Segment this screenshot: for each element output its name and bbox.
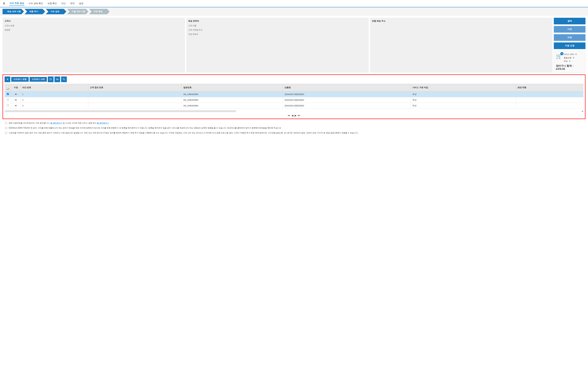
terms-text-2: GOOGLE ZERO TOUCH 제 공지: 수리를 위해 제출하고자 하는 … [9,127,282,129]
return-address-panel: 반품 배송 주소 [370,18,553,73]
terms-link-2[interactable]: 를 클릭해여기 [97,122,109,124]
row3-checkbox[interactable] [7,104,9,106]
cart-icon: 🛒 3 [556,53,562,59]
col-customer-ref-header: 고객 참조 번호 [88,84,182,91]
row2-service-type: 유상 [411,97,516,103]
pagination-next[interactable]: ▶ [295,114,296,117]
return-address-title: 반품 배송 주소 [372,20,551,22]
terms-text-1c: . [109,122,110,124]
items-table-section: ✕ 이의제기 유형 이의제기 삭제 [2,74,586,119]
col-serial-header: 일련번호 [182,84,283,91]
nav-asset[interactable]: 자산 [61,1,66,6]
row2-full-type [516,97,583,103]
col-product-header: 상품명 [283,84,411,91]
cart-line1: 서비스 계약 - 0 [564,53,577,56]
account-name-label: 계정명 [4,29,183,31]
refresh-button[interactable] [48,76,53,82]
customer-panel-title: 고객사 [4,20,183,22]
row1-edit-cell: ✏ [11,91,21,97]
table-row: ✏ 1 SN_UNKNOWN ZD4A042-D0EE00EZ 유상 [5,91,583,97]
add-item-button[interactable]: 이의제기 유형 [11,77,29,82]
row2-line-num: 2 [21,97,88,103]
save-button[interactable]: 저장 [554,34,586,41]
pagination-prev[interactable]: ◀ [292,114,293,117]
row2-checkbox[interactable] [7,99,9,101]
row3-full-type [516,103,583,108]
row1-customer-ref [88,91,182,97]
customer-email-label: 고객 이메일 주소 [188,29,367,31]
terms-checkbox-3[interactable] [5,132,7,134]
wizard-step-order-confirm[interactable]: 주문 확정 [89,9,110,14]
cart-line3: 유상 - 3 [564,60,577,63]
row2-checkbox-cell [5,97,11,103]
top-navigation: 홈 수리 주문 생성 수리 상태 확인 보증 확인 자산 계약 설정 [0,0,588,7]
pagination: ⏮ ◀ ▶ ⏭ [5,114,583,117]
row1-checkbox[interactable] [7,93,9,95]
col-line-num-header: 라인 번호 [21,84,88,91]
nav-contract[interactable]: 계약 [70,1,75,6]
cart-line2: 품질보증 - 0 [564,56,577,60]
wizard-step-cart-review[interactable]: 카트 검토 [46,9,66,14]
cart-lines: 서비스 계약 - 0 품질보증 - 0 유상 - 3 [564,53,577,63]
terms-checkbox-2[interactable] [5,127,7,129]
checkout-button[interactable]: 결제 [554,18,586,24]
row2-edit-button[interactable]: ✏ [15,98,17,102]
wizard-step-add-product[interactable]: 제품 추가 [24,9,45,14]
pagination-first[interactable]: ⏮ [288,114,290,117]
row3-edit-button[interactable]: ✏ [15,104,17,107]
row3-product: ZD4A042-D0EE00EZ [283,103,411,108]
col-service-type-header: 서비스 구분 타입 [411,84,516,91]
link-button[interactable] [54,76,60,82]
search-button[interactable] [61,76,67,82]
wizard-steps: 배송 세부 사항 제품 추가 카트 검토 지불 세부 사항 주문 확정 [0,7,588,16]
row3-service-type: 유상 [411,103,516,108]
terms-item-2: GOOGLE ZERO TOUCH 제 공지: 수리를 위해 제출하고자 하는 … [5,127,583,129]
cart-total: 장바구니 합계 : £476.55 [556,64,583,70]
customer-name-label: 고객 이름 [188,24,367,27]
row1-line-num: 1 [21,91,88,97]
horizontal-scrollbar[interactable] [5,110,236,112]
col-full-type-header: 완전 유형 [516,84,583,91]
terms-item-3: 시운전을 구매하지 않은 경우 수리 과정 중에 장비가 삭제되고 기본 설정으… [5,131,583,134]
shipping-contact-title: 배송 연락처 [188,20,367,22]
row3-serial: SN_UNKNOWN [182,103,283,108]
row3-customer-ref [88,103,182,108]
shipping-contact-panel: 배송 연락처 고객 이름 고객 이메일 주소 직장 연락처 [186,18,369,73]
wizard-step-payment[interactable]: 지불 세부 사항 [67,9,88,14]
terms-text-1b: 및 사고당 수리에 대한 서비스 설명 문서 [63,122,97,124]
delete-button[interactable]: ✕ [5,76,10,82]
row1-product: ZD4A042-D0EE00EZ [283,91,411,97]
delete-item-button[interactable]: 이의제기 삭제 [30,77,47,82]
terms-text-3: 시운전을 구매하지 않은 경우 수리 과정 중에 장비가 삭제되고 기본 설정으… [9,131,358,134]
terms-section: 판매 이용약관을 숙지하였으며, 이에 동의합니다. 를 클릭해여기 및 사고당… [2,122,586,135]
col-checkbox: ▲▼ [5,84,11,91]
row1-edit-button[interactable]: ✏ [15,93,17,96]
row1-serial: SN_UNKNOWN [182,91,283,97]
table-toolbar: ✕ 이의제기 유형 이의제기 삭제 [5,76,583,82]
row1-checkbox-cell [5,91,11,97]
nav-warranty[interactable]: 보증 확인 [47,1,57,6]
row3-edit-cell: ✏ [11,103,21,108]
work-contact-label: 직장 연락처 [188,33,367,36]
wizard-step-shipping[interactable]: 배송 세부 사항 [2,9,24,14]
col-edit-header: 수정 [11,84,21,91]
pagination-last[interactable]: ⏭ [298,114,300,117]
row1-full-type [516,91,583,97]
nav-settings[interactable]: 설정 [79,1,84,6]
row3-checkbox-cell [5,103,11,108]
terms-checkbox-1[interactable] [5,122,7,124]
nav-home[interactable]: 홈 [2,1,5,6]
support-button[interactable]: 지원 요청 [554,42,586,49]
items-table: ▲▼ 수정 라인 번호 고객 참조 번호 일련번호 상품명 서비스 구분 타입 … [5,84,583,109]
right-panel: 결제 이전 저장 지원 요청 🛒 3 서비스 계약 - 0 품질보증 - 0 유… [554,18,586,73]
terms-link-1[interactable]: 를 클릭해여기 [50,122,62,124]
previous-button[interactable]: 이전 [554,26,586,33]
nav-repair-status[interactable]: 수리 상태 확인 [28,1,43,6]
nav-repair-order[interactable]: 수리 주문 생성 [9,1,24,6]
customer-number-label: 고객사 번호 [4,24,183,27]
cart-summary: 🛒 3 서비스 계약 - 0 품질보증 - 0 유상 - 3 장바구니 합계 :… [554,51,586,73]
row2-customer-ref [88,97,182,103]
cart-badge: 3 [560,52,564,55]
select-all-checkbox[interactable] [7,85,9,87]
main-content: 고객사 고객사 번호 계정명 배송 연락처 고객 이름 고객 이메일 주소 직장… [0,16,588,138]
